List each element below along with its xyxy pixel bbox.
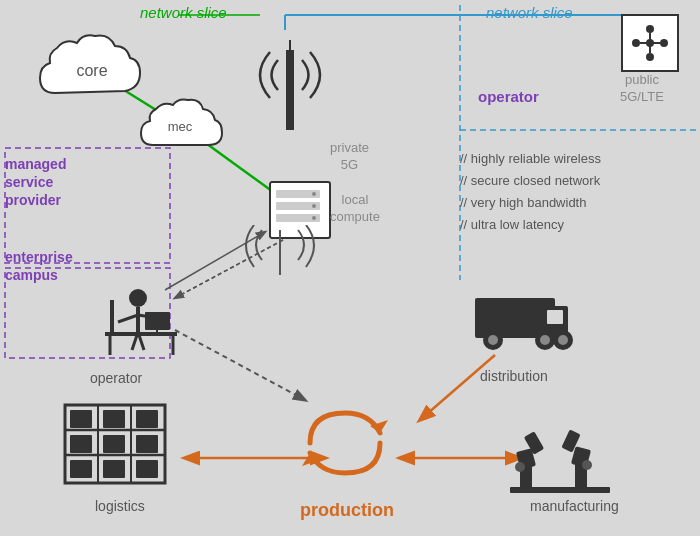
svg-point-59 (558, 335, 568, 345)
svg-rect-69 (103, 435, 125, 453)
manufacturing-robot-icon (510, 405, 620, 499)
base-station (240, 30, 340, 154)
network-slice-label-left: network slice (140, 4, 227, 21)
svg-point-26 (312, 192, 316, 196)
features-list: // highly reliable wireless // secure cl… (460, 148, 601, 236)
operator-person-icon (90, 280, 190, 374)
network-slice-label-right: network slice (486, 4, 573, 21)
svg-point-83 (582, 460, 592, 470)
production-icon (290, 398, 400, 492)
svg-point-33 (632, 39, 640, 47)
mec-cloud: mec (138, 95, 223, 159)
svg-rect-65 (70, 410, 92, 428)
svg-point-39 (129, 289, 147, 307)
svg-rect-38 (110, 300, 114, 335)
production-label: production (300, 500, 394, 521)
svg-text:core: core (76, 62, 107, 79)
public-5g-label: public5G/LTE (620, 72, 664, 106)
svg-rect-71 (70, 460, 92, 478)
private-5g-label: private 5G (330, 140, 369, 174)
svg-point-57 (540, 335, 550, 345)
svg-rect-70 (136, 435, 158, 453)
manufacturing-label: manufacturing (530, 498, 619, 514)
svg-rect-72 (103, 460, 125, 478)
svg-point-31 (660, 39, 668, 47)
msp-label: managed service provider (5, 155, 66, 210)
svg-rect-68 (70, 435, 92, 453)
operator-bottom-label: operator (90, 370, 142, 386)
svg-rect-48 (145, 312, 170, 330)
svg-point-79 (515, 462, 525, 472)
distribution-truck-icon (455, 278, 575, 362)
svg-point-32 (646, 53, 654, 61)
svg-rect-73 (136, 460, 158, 478)
svg-rect-66 (103, 410, 125, 428)
svg-point-27 (312, 204, 316, 208)
svg-rect-53 (547, 310, 563, 324)
enterprise-campus-label: enterprise campus (5, 248, 73, 284)
svg-point-30 (646, 25, 654, 33)
local-compute-label: local compute (330, 192, 380, 226)
logistics-label: logistics (95, 498, 145, 514)
svg-point-28 (312, 216, 316, 220)
svg-point-55 (488, 335, 498, 345)
operator-label-purple: operator (478, 88, 539, 105)
svg-rect-84 (510, 487, 610, 493)
svg-rect-43 (105, 332, 177, 336)
omni-antenna-signal (240, 225, 320, 284)
svg-rect-20 (286, 50, 294, 130)
svg-line-41 (118, 315, 138, 322)
svg-text:mec: mec (168, 119, 193, 134)
svg-line-12 (420, 355, 495, 420)
logistics-shelf-icon (60, 400, 170, 494)
network-hub-icon-box (621, 14, 679, 72)
svg-line-11 (175, 330, 305, 400)
svg-rect-21 (289, 40, 291, 52)
svg-rect-67 (136, 410, 158, 428)
distribution-label: distribution (480, 368, 548, 384)
core-cloud: core (35, 28, 150, 112)
